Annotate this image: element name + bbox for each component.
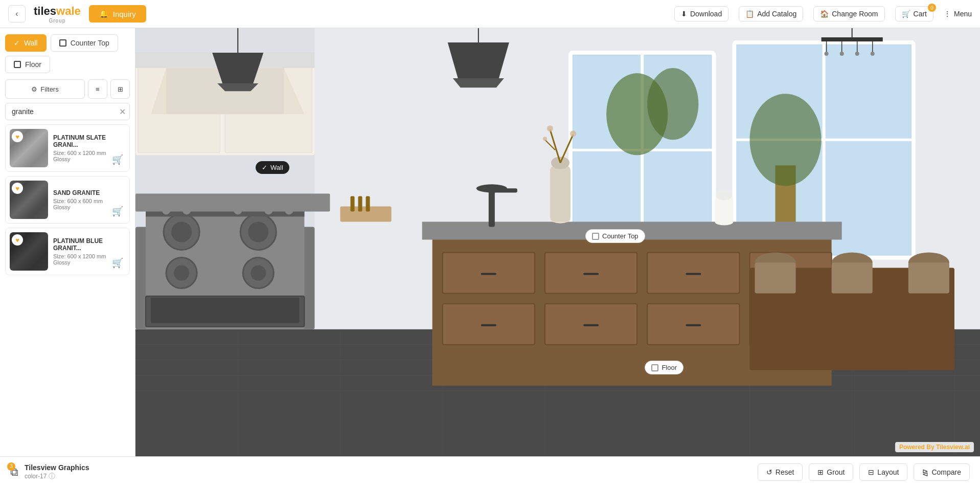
svg-rect-76 [492, 188, 517, 192]
tile-thumbnail: ♥ [10, 129, 48, 167]
layout-button[interactable]: ⊟ Layout [859, 463, 907, 481]
back-button[interactable]: ‹ [8, 5, 26, 23]
grout-icon: ⊞ [817, 468, 824, 476]
tab-wall[interactable]: ✓ Wall [5, 34, 47, 52]
svg-point-41 [171, 222, 192, 242]
counter-hotspot[interactable]: Counter Top [585, 229, 645, 243]
square-icon-floor [14, 61, 21, 68]
svg-marker-81 [448, 42, 509, 78]
bottom-title: Tilesview Graphics [25, 463, 89, 472]
header: ‹ tileswale Group 🔔 Inquiry ⬇ Download 📋… [0, 0, 980, 28]
inquiry-button[interactable]: 🔔 Inquiry [89, 5, 146, 23]
tab-wall-label: Wall [24, 39, 38, 47]
add-catalog-button[interactable]: 📋 Add Catalog [739, 6, 803, 21]
tab-row-2: Floor [5, 56, 130, 73]
svg-rect-95 [755, 263, 795, 294]
wall-hotspot[interactable]: ✓ Wall [256, 161, 289, 174]
svg-marker-82 [453, 78, 504, 87]
svg-point-111 [716, 190, 732, 200]
reset-button[interactable]: ↺ Reset [758, 463, 803, 481]
grout-button[interactable]: ⊞ Grout [809, 463, 853, 481]
tile-item[interactable]: ♥ PLATINUM BLUE GRANIT... Size: 600 x 12… [5, 228, 130, 275]
search-input-wrap: ✕ [5, 103, 130, 120]
add-to-cart-icon[interactable]: 🛒 [110, 255, 125, 271]
svg-rect-84 [822, 37, 883, 41]
download-label: Download [690, 10, 722, 18]
bottom-info: Tilesview Graphics color-17 ⓘ [25, 463, 89, 481]
kitchen-scene [135, 28, 980, 456]
svg-rect-69 [481, 324, 496, 326]
svg-rect-55 [151, 298, 299, 323]
floor-hotspot[interactable]: Floor [645, 361, 683, 374]
svg-rect-97 [832, 263, 873, 294]
compare-button[interactable]: ⧎ Compare [914, 463, 970, 481]
tile-item[interactable]: ♥ SAND GRANITE Size: 600 x 600 mm Glossy… [5, 176, 130, 224]
tab-row-1: ✓ Wall Counter Top [5, 34, 130, 52]
bottom-left: ⧉ 3 Tilesview Graphics color-17 ⓘ [10, 463, 89, 481]
catalog-icon: 📋 [745, 10, 754, 18]
svg-point-47 [250, 265, 266, 281]
change-room-button[interactable]: 🏠 Change Room [813, 6, 884, 21]
list-icon: ≡ [96, 85, 100, 93]
svg-point-106 [547, 125, 553, 131]
menu-label: Menu [954, 10, 972, 18]
header-left: ‹ tileswale Group 🔔 Inquiry [8, 5, 146, 24]
svg-rect-73 [686, 324, 701, 326]
bottom-bar: ⧉ 3 Tilesview Graphics color-17 ⓘ ↺ Rese… [0, 456, 980, 487]
svg-rect-115 [366, 196, 370, 211]
clear-search-button[interactable]: ✕ [119, 107, 126, 117]
menu-icon: ⋮ [944, 10, 951, 18]
svg-point-91 [855, 52, 859, 56]
layout-icon: ⊟ [868, 468, 874, 476]
room-view: ✓ Wall Counter Top Floor Powered By Tile… [135, 28, 980, 456]
floor-hotspot-square [651, 364, 658, 371]
tab-counter-label: Counter Top [71, 39, 109, 47]
counter-hotspot-label: Counter Top [602, 232, 639, 240]
inquiry-label: Inquiry [113, 10, 136, 18]
sidebar-filters: ⚙ Filters ≡ ⊞ [0, 79, 135, 103]
tile-name: SAND GRANITE [53, 189, 125, 196]
layout-label: Layout [877, 468, 899, 476]
filters-button[interactable]: ⚙ Filters [5, 79, 85, 99]
search-bar: ✕ [0, 103, 135, 124]
logo: tileswale Group [34, 5, 81, 24]
cart-icon: 🛒 [902, 10, 910, 18]
tab-floor-label: Floor [25, 60, 41, 69]
svg-point-27 [647, 68, 698, 140]
svg-point-92 [871, 52, 875, 56]
download-button[interactable]: ⬇ Download [674, 6, 728, 21]
add-to-cart-icon[interactable]: 🛒 [110, 204, 125, 219]
favorite-icon[interactable]: ♥ [12, 131, 23, 142]
grid-view-button[interactable]: ⊞ [110, 79, 130, 99]
tile-name: PLATINUM BLUE GRANIT... [53, 237, 125, 252]
svg-point-29 [749, 94, 821, 186]
filter-icon: ⚙ [31, 85, 37, 93]
favorite-icon[interactable]: ♥ [12, 234, 23, 246]
cart-button[interactable]: 🛒 Cart 0 [895, 6, 933, 21]
menu-button[interactable]: ⋮ Menu [944, 10, 972, 18]
svg-point-107 [570, 130, 576, 137]
bottom-actions: ↺ Reset ⊞ Grout ⊟ Layout ⧎ Compare [758, 463, 970, 481]
svg-rect-71 [583, 324, 599, 326]
favorite-icon[interactable]: ♥ [12, 183, 23, 194]
wall-hotspot-check: ✓ [262, 164, 267, 171]
tab-floor[interactable]: Floor [5, 56, 50, 73]
reset-label: Reset [776, 468, 794, 476]
add-to-cart-icon[interactable]: 🛒 [110, 152, 125, 167]
svg-rect-101 [550, 165, 571, 222]
search-input[interactable] [5, 103, 130, 120]
info-icon[interactable]: ⓘ [49, 472, 55, 481]
svg-rect-68 [481, 273, 496, 275]
main-content: ✓ Wall Counter Top Floor ⚙ Filters [0, 28, 980, 456]
inquiry-icon: 🔔 [99, 9, 109, 18]
list-view-button[interactable]: ≡ [88, 79, 107, 99]
logo-text: tileswale [34, 5, 81, 18]
bottom-subtitle: color-17 [25, 473, 47, 480]
reset-icon: ↺ [766, 468, 772, 476]
powered-by: Powered By Tilesview.ai [895, 442, 974, 452]
tile-thumbnail: ♥ [10, 232, 48, 271]
compare-label: Compare [931, 468, 961, 476]
compare-icon: ⧎ [922, 468, 928, 476]
tab-counter[interactable]: Counter Top [51, 34, 118, 52]
tile-item[interactable]: ♥ PLATINUM SLATE GRANI... Size: 600 x 12… [5, 124, 130, 172]
